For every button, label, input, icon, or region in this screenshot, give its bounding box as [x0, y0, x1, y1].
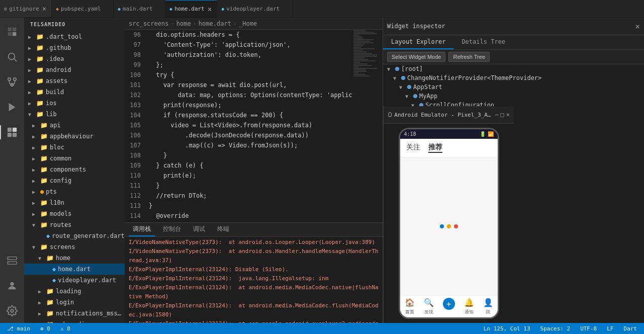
svg-marker-6	[9, 103, 16, 112]
code-lines[interactable]: dio.options.headers = { 'Content-Type': …	[145, 30, 352, 222]
tab-bar: ⚙ gitignore × ◆ pubspec.yaml × ◆ main.da…	[0, 0, 644, 18]
activity-extensions[interactable]	[0, 120, 24, 144]
status-bar: ⎇ main ⊗ 0 ⚠ 0 Ln 125, Col 13 Spaces: 2 …	[0, 323, 644, 334]
sidebar-item-idea[interactable]: ▶📁.idea	[24, 53, 125, 64]
phone-nav-discover[interactable]: 🔍 发现	[424, 298, 434, 315]
inspector-tab-details[interactable]: Details Tree	[453, 35, 513, 49]
plus-icon: +	[443, 298, 455, 310]
breadcrumb-part-3[interactable]: home.dart	[199, 20, 231, 27]
svg-rect-8	[13, 128, 17, 132]
code-editor: src_screens › home › home.dart › _Home 9…	[125, 18, 383, 323]
log-header: 调用栈 控制台 调试 终端	[125, 223, 383, 237]
widget-tree-node[interactable]: ▼[root]	[383, 64, 644, 73]
sidebar-item-assets[interactable]: ▶📁assets	[24, 75, 125, 87]
sidebar-item-notifications[interactable]: ▶📁notifications_msssqqs	[24, 308, 125, 319]
log-tab-terminal[interactable]: 终端	[213, 223, 233, 236]
device-close[interactable]: ×	[506, 111, 510, 118]
sidebar-item-build[interactable]: ▶📁build	[24, 87, 125, 98]
tab-main-dart[interactable]: ◆ main.dart ×	[114, 0, 165, 18]
status-encoding[interactable]: UTF-8	[578, 325, 599, 332]
log-tab-console[interactable]: 控制台	[159, 223, 185, 236]
tab-pubspec[interactable]: ◆ pubspec.yaml ×	[52, 0, 114, 18]
sidebar-item-components[interactable]: ▶📁components	[24, 164, 125, 175]
widget-inspector-close[interactable]: ×	[635, 22, 640, 31]
phone-nav-notify[interactable]: 🔔 通知	[464, 298, 474, 315]
widget-tree-node[interactable]: ▼ChangeNotifierProvider<ThemeProvider>	[383, 73, 644, 82]
sidebar-item-bloc[interactable]: ▶📁bloc	[24, 142, 125, 153]
status-branch[interactable]: ⎇ main	[5, 325, 32, 332]
widget-tree-node[interactable]: ▼ScrollConfiguration	[383, 101, 644, 106]
sidebar-item-config[interactable]: ▶📁config	[24, 175, 125, 186]
sidebar-item-lib[interactable]: ▼📁lib	[24, 109, 125, 120]
device-expand[interactable]: □	[501, 111, 504, 118]
sidebar-item-loading[interactable]: ▶📁loading	[24, 286, 125, 297]
sidebar-item-home-folder[interactable]: ▼📁home	[24, 253, 125, 264]
dot-2	[447, 224, 451, 228]
phone-tab-follow[interactable]: 关注	[406, 143, 420, 153]
widget-tree-node[interactable]: ▼AppStart	[383, 82, 644, 92]
activity-account[interactable]	[0, 274, 24, 298]
status-spaces[interactable]: Spaces: 2	[538, 325, 573, 332]
phone-nav-add[interactable]: +	[443, 298, 455, 315]
sidebar-item-videoplayer-dart[interactable]: ◆videoplayer.dart	[24, 275, 125, 286]
status-line-col[interactable]: Ln 125, Col 13	[482, 325, 532, 332]
device-minimize[interactable]: −	[495, 111, 498, 118]
status-line-ending[interactable]: LF	[605, 325, 615, 332]
breadcrumb-part-4[interactable]: _Home	[239, 20, 257, 27]
dot-1	[440, 224, 444, 228]
phone-nav-home[interactable]: 🏠 首页	[405, 298, 415, 315]
log-tab-callstack[interactable]: 调用栈	[129, 223, 155, 236]
status-errors[interactable]: ⊗ 0	[38, 325, 52, 332]
sidebar-item-screens[interactable]: ▼📁screens	[24, 241, 125, 253]
widget-tree-node[interactable]: ▼MyApp	[383, 92, 644, 101]
tab-close-home-dart[interactable]: ×	[207, 4, 213, 14]
sidebar-item-api[interactable]: ▶📁api	[24, 120, 125, 131]
activity-remote[interactable]	[0, 248, 24, 273]
sidebar-item-pts[interactable]: ▶●pts	[24, 186, 125, 197]
status-warnings[interactable]: ⚠ 0	[58, 325, 72, 332]
sidebar-tree: ▶📁.dart_tool ▶📁.github ▶📁.idea ▶📁android…	[24, 31, 125, 323]
breadcrumb: src_screens › home › home.dart › _Home	[125, 18, 383, 30]
phone-time: 4:18	[404, 131, 416, 137]
breadcrumb-part-1[interactable]: src_screens	[129, 20, 168, 27]
wifi-icon: 📶	[488, 131, 494, 137]
sidebar-item-l10n[interactable]: ▶📁l10n	[24, 197, 125, 208]
sidebar-item-onboarding[interactable]: ▶📁onboarding	[24, 319, 125, 323]
phone-nav-me-label: 我	[486, 309, 490, 315]
phone-tab-recommend[interactable]: 推荐	[428, 143, 442, 153]
select-widget-btn[interactable]: Select Widget Mode	[387, 52, 445, 62]
sidebar-item-models[interactable]: ▶📁models	[24, 208, 125, 219]
activity-source-control[interactable]	[0, 70, 24, 94]
svg-point-14	[9, 263, 10, 264]
sidebar-item-route-generator[interactable]: ◆route_generator.dart	[24, 230, 125, 241]
line-numbers: 9697989910010110210310410510610710810911…	[125, 30, 145, 222]
sidebar-item-common[interactable]: ▶📁common	[24, 153, 125, 164]
sidebar-item-dart-tool[interactable]: ▶📁.dart_tool	[24, 31, 125, 42]
inspector-tab-layout[interactable]: Layout Explorer	[383, 35, 453, 49]
sidebar-item-home-dart[interactable]: ◆home.dart	[24, 264, 125, 275]
breadcrumb-part-2[interactable]: home	[176, 20, 191, 27]
activity-search[interactable]	[0, 45, 24, 69]
sidebar-item-ios[interactable]: ▶📁ios	[24, 98, 125, 109]
activity-settings[interactable]	[0, 299, 24, 323]
sidebar-item-appbehaviour[interactable]: ▶📁appbehaviour	[24, 131, 125, 142]
phone-nav-me[interactable]: 👤 我	[483, 298, 493, 315]
refresh-tree-btn[interactable]: Refresh Tree	[448, 52, 490, 62]
sidebar-item-login[interactable]: ▶📁login	[24, 297, 125, 308]
activity-explorer[interactable]	[0, 20, 24, 44]
sidebar-item-github[interactable]: ▶📁.github	[24, 42, 125, 53]
log-tab-debug[interactable]: 调试	[189, 223, 209, 236]
tab-close-gitignore[interactable]: ×	[41, 4, 47, 14]
status-language[interactable]: Dart	[622, 325, 639, 332]
device-preview: Android Emulator - Pixel_3_API_32:5554 −…	[383, 106, 514, 323]
activity-run[interactable]	[0, 95, 24, 119]
sidebar-item-android[interactable]: ▶📁android	[24, 64, 125, 75]
editor-content[interactable]: 9697989910010110210310410510610710810911…	[125, 30, 383, 222]
tab-icon-home-dart: ◆	[169, 6, 172, 12]
tab-gitignore[interactable]: ⚙ gitignore ×	[0, 0, 52, 18]
log-content[interactable]: I/VideoNameNativeType(2373): at android.…	[125, 237, 383, 323]
tab-home-dart[interactable]: ◆ home.dart ×	[165, 0, 217, 18]
sidebar-item-routes[interactable]: ▼📁routes	[24, 219, 125, 230]
tab-videoplayer[interactable]: ◆ videoplayer.dart ×	[217, 0, 292, 18]
tab-label-gitignore: gitignore	[9, 6, 39, 12]
